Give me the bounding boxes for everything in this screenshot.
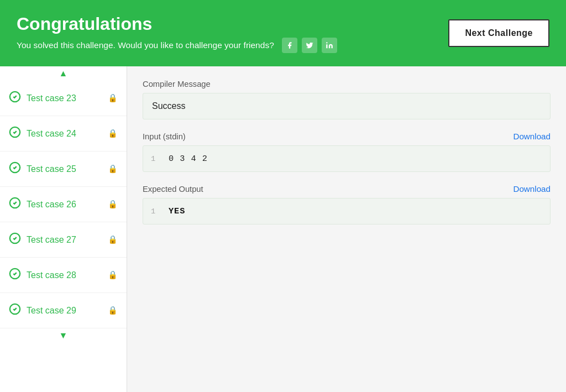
output-label: Expected Output bbox=[143, 185, 203, 194]
input-section-header: Input (stdin) Download bbox=[143, 132, 551, 141]
lock-icon-24: 🔒 bbox=[108, 129, 118, 138]
svg-point-0 bbox=[326, 42, 327, 43]
scroll-down-arrow[interactable]: ▼ bbox=[0, 328, 127, 343]
input-download-link[interactable]: Download bbox=[513, 132, 551, 141]
twitter-icon[interactable] bbox=[302, 38, 317, 53]
content-area: Compiler Message Success Input (stdin) D… bbox=[127, 66, 566, 392]
check-circle-icon-24 bbox=[9, 126, 21, 141]
sidebar-item-test28[interactable]: Test case 28 🔒 bbox=[0, 258, 127, 293]
test-case-23-label: Test case 23 bbox=[27, 93, 102, 103]
test-case-27-label: Test case 27 bbox=[27, 235, 102, 245]
banner-left: Congratulations You solved this challeng… bbox=[17, 14, 337, 53]
facebook-icon[interactable] bbox=[282, 38, 297, 53]
test-case-28-label: Test case 28 bbox=[27, 270, 102, 280]
check-circle-icon-25 bbox=[9, 161, 21, 176]
input-line-number: 1 bbox=[151, 155, 160, 163]
output-download-link[interactable]: Download bbox=[513, 184, 551, 194]
output-line-number: 1 bbox=[151, 207, 160, 216]
output-section-header: Expected Output Download bbox=[143, 184, 551, 194]
output-code-box: 1 YES bbox=[143, 198, 551, 224]
compiler-message-label: Compiler Message bbox=[143, 80, 551, 88]
social-icons bbox=[282, 38, 337, 53]
compiler-message-box: Success bbox=[143, 93, 551, 119]
check-circle-icon-27 bbox=[9, 232, 21, 247]
congratulations-banner: Congratulations You solved this challeng… bbox=[0, 0, 566, 66]
output-code-line: 1 YES bbox=[143, 204, 550, 218]
banner-title: Congratulations bbox=[17, 14, 337, 34]
input-label: Input (stdin) bbox=[143, 132, 186, 141]
lock-icon-29: 🔒 bbox=[108, 306, 118, 315]
check-circle-icon-23 bbox=[9, 91, 21, 106]
scroll-up-arrow[interactable]: ▲ bbox=[0, 66, 127, 81]
sidebar-item-test27[interactable]: Test case 27 🔒 bbox=[0, 222, 127, 258]
test-case-29-label: Test case 29 bbox=[27, 306, 102, 316]
main-area: ▲ Test case 23 🔒 Test case 24 🔒 Test cas… bbox=[0, 66, 566, 392]
lock-icon-25: 🔒 bbox=[108, 164, 118, 174]
linkedin-icon[interactable] bbox=[322, 38, 337, 53]
test-case-24-label: Test case 24 bbox=[27, 129, 102, 139]
sidebar[interactable]: ▲ Test case 23 🔒 Test case 24 🔒 Test cas… bbox=[0, 66, 127, 392]
lock-icon-23: 🔒 bbox=[108, 93, 118, 103]
lock-icon-26: 🔒 bbox=[108, 200, 118, 209]
input-code-box: 1 0 3 4 2 bbox=[143, 145, 551, 172]
test-case-26-label: Test case 26 bbox=[27, 200, 102, 210]
input-code-line: 1 0 3 4 2 bbox=[143, 151, 550, 166]
lock-icon-27: 🔒 bbox=[108, 235, 118, 244]
banner-subtitle: You solved this challenge. Would you lik… bbox=[17, 38, 337, 53]
output-code-content: YES bbox=[169, 206, 185, 216]
sidebar-item-test26[interactable]: Test case 26 🔒 bbox=[0, 187, 127, 222]
sidebar-item-test24[interactable]: Test case 24 🔒 bbox=[0, 116, 127, 151]
sidebar-item-test23[interactable]: Test case 23 🔒 bbox=[0, 81, 127, 116]
check-circle-icon-29 bbox=[9, 303, 21, 318]
input-code-content: 0 3 4 2 bbox=[169, 154, 208, 164]
check-circle-icon-28 bbox=[9, 268, 21, 283]
sidebar-item-test25[interactable]: Test case 25 🔒 bbox=[0, 151, 127, 187]
check-circle-icon-26 bbox=[9, 197, 21, 212]
next-challenge-button[interactable]: Next Challenge bbox=[448, 19, 549, 47]
lock-icon-28: 🔒 bbox=[108, 270, 118, 280]
subtitle-text: You solved this challenge. Would you lik… bbox=[17, 40, 274, 50]
sidebar-item-test29[interactable]: Test case 29 🔒 bbox=[0, 293, 127, 328]
test-case-25-label: Test case 25 bbox=[27, 164, 102, 174]
